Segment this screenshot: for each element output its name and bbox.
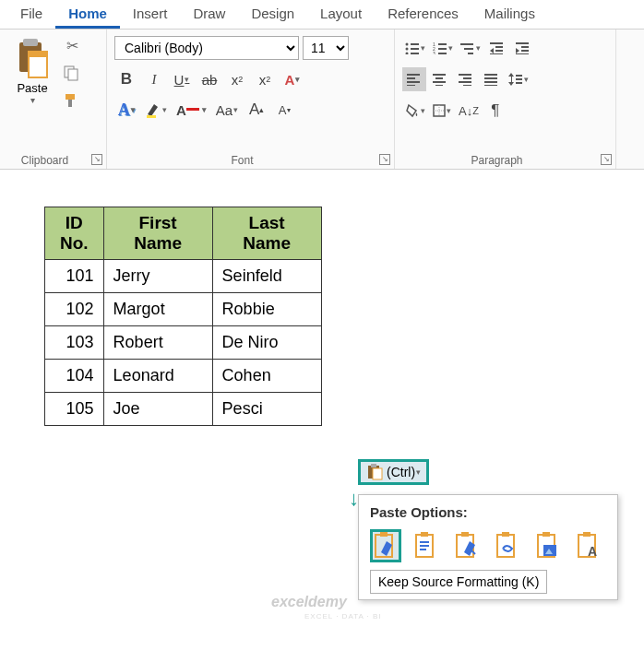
svg-rect-7 bbox=[68, 100, 72, 107]
italic-button[interactable]: I bbox=[142, 67, 166, 91]
svg-rect-73 bbox=[583, 532, 590, 537]
table-row[interactable]: 104LeonardCohen bbox=[45, 360, 322, 393]
underline-button[interactable]: U▾ bbox=[170, 67, 194, 91]
tab-home[interactable]: Home bbox=[55, 0, 120, 29]
paste-ctrl-tag[interactable]: (Ctrl) ▾ bbox=[358, 459, 429, 485]
svg-rect-47 bbox=[484, 85, 497, 86]
increase-indent-button[interactable] bbox=[511, 36, 535, 60]
svg-rect-42 bbox=[459, 81, 471, 83]
svg-rect-27 bbox=[490, 53, 503, 54]
use-destination-styles-button[interactable] bbox=[451, 529, 483, 562]
bold-button[interactable]: B bbox=[114, 67, 138, 91]
text-effects-button[interactable]: A▾ bbox=[280, 67, 304, 91]
table-row[interactable]: 103RobertDe Niro bbox=[45, 326, 322, 360]
subscript-button[interactable]: x2 bbox=[225, 67, 249, 91]
paragraph-group: ▾ 123▾ ▾ ▾ ▾ ▾ A↓Z ¶ Paragraph ↘ bbox=[395, 30, 616, 169]
svg-rect-66 bbox=[461, 532, 469, 537]
clipboard-launcher[interactable]: ↘ bbox=[91, 154, 102, 165]
svg-rect-25 bbox=[495, 46, 503, 48]
paste-dropdown-arrow[interactable]: ▾ bbox=[30, 95, 35, 105]
link-and-keep-source-button[interactable] bbox=[492, 529, 523, 562]
watermark: exceldemy bbox=[271, 594, 347, 610]
header-first: FirstName bbox=[103, 207, 212, 260]
svg-rect-12 bbox=[411, 48, 419, 50]
svg-rect-62 bbox=[420, 541, 429, 543]
font-color-button[interactable]: A▾ bbox=[173, 98, 209, 122]
svg-rect-61 bbox=[421, 532, 428, 537]
justify-button[interactable] bbox=[480, 67, 504, 91]
svg-rect-46 bbox=[484, 81, 497, 83]
line-spacing-button[interactable]: ▾ bbox=[506, 67, 531, 91]
tab-references[interactable]: References bbox=[375, 0, 471, 29]
svg-rect-1 bbox=[23, 39, 38, 46]
svg-rect-34 bbox=[407, 81, 420, 83]
paste-button[interactable]: Paste ▾ bbox=[7, 35, 57, 136]
svg-rect-43 bbox=[463, 85, 471, 86]
svg-text:A: A bbox=[588, 544, 597, 559]
arrow-indicator: ↓ bbox=[349, 487, 359, 511]
table-row[interactable]: 101JerrySeinfeld bbox=[45, 260, 322, 293]
shading-button[interactable]: ▾ bbox=[402, 99, 428, 123]
svg-rect-40 bbox=[459, 74, 471, 76]
shrink-font-button[interactable]: A▾ bbox=[272, 98, 296, 122]
paragraph-launcher[interactable]: ↘ bbox=[601, 154, 612, 165]
paste-options-menu: Paste Options: A Keep Source Formatting … bbox=[358, 494, 618, 600]
svg-rect-45 bbox=[484, 77, 497, 79]
header-last: LastName bbox=[212, 207, 321, 260]
table-row[interactable]: 105JoePesci bbox=[45, 393, 322, 426]
show-hide-button[interactable]: ¶ bbox=[483, 99, 507, 123]
table-row-empty bbox=[45, 426, 322, 459]
superscript-button[interactable]: x2 bbox=[253, 67, 277, 91]
align-left-button[interactable] bbox=[402, 67, 426, 91]
font-size-select[interactable]: 11 bbox=[303, 36, 349, 60]
bullets-button[interactable]: ▾ bbox=[402, 36, 428, 60]
tab-layout[interactable]: Layout bbox=[307, 0, 375, 29]
document-area[interactable]: IDNo. FirstName LastName 101JerrySeinfel… bbox=[0, 170, 644, 459]
watermark-sub: EXCEL · DATA · BI bbox=[304, 612, 382, 620]
svg-rect-28 bbox=[516, 42, 529, 44]
multilevel-list-button[interactable]: ▾ bbox=[458, 36, 483, 60]
merge-formatting-button[interactable] bbox=[411, 529, 442, 562]
svg-text:3: 3 bbox=[433, 51, 435, 54]
svg-rect-70 bbox=[543, 532, 550, 537]
svg-rect-30 bbox=[521, 50, 529, 52]
svg-rect-3 bbox=[29, 52, 47, 57]
numbering-button[interactable]: 123▾ bbox=[430, 36, 456, 60]
format-painter-icon[interactable] bbox=[63, 92, 81, 111]
font-name-select[interactable]: Calibri (Body) bbox=[114, 36, 299, 60]
sort-button[interactable]: A↓Z bbox=[456, 99, 482, 123]
svg-point-9 bbox=[406, 43, 409, 46]
picture-button[interactable] bbox=[532, 529, 564, 562]
copy-icon[interactable] bbox=[63, 65, 81, 83]
svg-rect-18 bbox=[438, 48, 447, 50]
change-case-button[interactable]: Aa▾ bbox=[213, 98, 241, 122]
svg-rect-38 bbox=[433, 81, 446, 83]
svg-rect-59 bbox=[380, 532, 388, 537]
tab-design[interactable]: Design bbox=[238, 0, 307, 29]
grow-font-button[interactable]: A▴ bbox=[244, 98, 268, 122]
tab-insert[interactable]: Insert bbox=[120, 0, 181, 29]
svg-rect-35 bbox=[407, 85, 415, 86]
svg-rect-5 bbox=[68, 69, 78, 80]
keep-source-formatting-button[interactable] bbox=[370, 529, 401, 562]
svg-rect-63 bbox=[420, 545, 429, 547]
tab-file[interactable]: File bbox=[7, 0, 55, 29]
cut-icon[interactable]: ✂ bbox=[63, 37, 81, 55]
tab-draw[interactable]: Draw bbox=[180, 0, 238, 29]
text-outline-button[interactable]: A▾ bbox=[114, 98, 138, 122]
strikethrough-button[interactable]: ab bbox=[197, 67, 221, 91]
svg-rect-48 bbox=[511, 77, 512, 82]
align-right-button[interactable] bbox=[454, 67, 478, 91]
keep-text-only-button[interactable]: A bbox=[573, 529, 604, 562]
svg-rect-32 bbox=[407, 74, 420, 76]
align-center-button[interactable] bbox=[428, 67, 452, 91]
highlight-button[interactable]: ▾ bbox=[142, 98, 170, 122]
svg-rect-6 bbox=[66, 94, 75, 100]
tab-mailings[interactable]: Mailings bbox=[471, 0, 548, 29]
font-launcher[interactable]: ↘ bbox=[379, 154, 390, 165]
table-row[interactable]: 102MargotRobbie bbox=[45, 293, 322, 326]
decrease-indent-button[interactable] bbox=[485, 36, 509, 60]
ribbon-tabs: File Home Insert Draw Design Layout Refe… bbox=[0, 0, 644, 30]
borders-button[interactable]: ▾ bbox=[430, 99, 454, 123]
paste-option-tooltip: Keep Source Formatting (K) bbox=[370, 570, 547, 594]
